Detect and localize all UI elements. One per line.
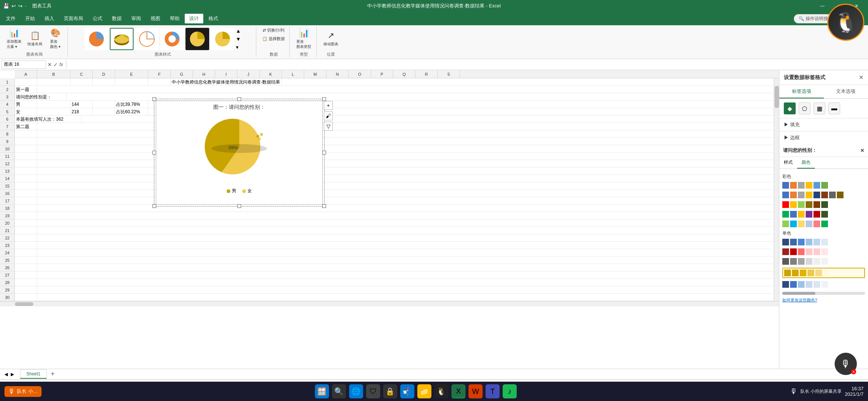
bottom-blue6[interactable] — [821, 281, 828, 288]
cell-A16[interactable] — [15, 190, 37, 197]
taskbar-folder[interactable]: 📁 — [417, 384, 431, 398]
highlight-gold1[interactable] — [784, 270, 791, 276]
vertical-scrollbar[interactable] — [774, 78, 779, 301]
mono-blue6[interactable] — [821, 239, 828, 245]
color-gray1[interactable] — [798, 182, 805, 189]
color-darkgray2[interactable] — [829, 192, 836, 198]
row-7-header[interactable]: 7 — [0, 123, 14, 130]
col-H[interactable]: H — [193, 70, 215, 78]
highlight-gold6[interactable] — [823, 270, 830, 276]
cell-D4[interactable] — [93, 101, 115, 108]
mono-red1[interactable] — [782, 248, 789, 255]
popup-close-icon[interactable]: ✕ — [860, 148, 864, 153]
cell-A7[interactable]: 第二题 — [15, 123, 37, 130]
cell-E1[interactable] — [115, 78, 148, 86]
col-E[interactable]: E — [115, 70, 148, 78]
user-avatar[interactable]: 🐧 — [827, 4, 864, 41]
col-D[interactable]: D — [93, 70, 115, 78]
taskbar-security[interactable]: 🛡 — [366, 384, 380, 398]
row-15-header[interactable]: 15 — [0, 182, 14, 190]
cell-F1[interactable] — [148, 78, 171, 86]
mono-gray2[interactable] — [790, 258, 797, 265]
col-A[interactable]: A — [15, 70, 37, 78]
row-21-header[interactable]: 21 — [0, 227, 14, 234]
taskbar-search[interactable]: 🔍 — [332, 384, 346, 398]
horizontal-scrollbar[interactable] — [0, 301, 779, 306]
style-scroll-up[interactable]: ▲ — [236, 28, 241, 34]
chart-style-5[interactable] — [185, 28, 209, 50]
row-4-header[interactable]: 4 — [0, 101, 14, 108]
menu-home[interactable]: 开始 — [21, 14, 39, 23]
row-22-header[interactable]: 22 — [0, 234, 14, 242]
icon-btn-bars[interactable]: ▬ — [828, 102, 840, 114]
taskbar-user-mic[interactable]: 🎙 队长 小… — [4, 386, 42, 397]
taskbar-lock[interactable]: 🔒 — [383, 384, 397, 398]
add-sheet-btn[interactable]: + — [48, 370, 57, 379]
chart-container[interactable]: + 🖌 ▽ 图一：请问您的性别： — [156, 101, 323, 205]
change-color-link[interactable]: 如何更改这些颜色? — [782, 297, 865, 303]
chart-style-3[interactable] — [135, 28, 159, 50]
color-purple4[interactable] — [806, 211, 812, 218]
row-8-header[interactable]: 8 — [0, 130, 14, 138]
scroll-thumb[interactable] — [775, 86, 779, 108]
cell-A19[interactable] — [15, 212, 37, 219]
row-3-header[interactable]: 3 — [0, 93, 14, 101]
taskbar-penguin[interactable]: 🐧 — [434, 384, 448, 398]
cell-A21[interactable] — [15, 227, 37, 234]
mono-gray3[interactable] — [798, 258, 805, 265]
bottom-blue4[interactable] — [806, 281, 812, 288]
mono-gray6[interactable] — [821, 258, 828, 265]
cell-A23[interactable] — [15, 242, 37, 249]
chart-filter-btn[interactable]: ▽ — [324, 122, 333, 131]
mono-blue2[interactable] — [790, 239, 797, 245]
confirm-formula-icon[interactable]: ✓ — [53, 62, 58, 68]
col-M[interactable]: M — [304, 70, 326, 78]
change-color-btn[interactable]: 🎨 更改颜色 ▾ — [46, 27, 65, 51]
highlight-gold3[interactable] — [800, 270, 806, 276]
cell-A24[interactable] — [15, 249, 37, 257]
menu-help[interactable]: 帮助 — [165, 14, 184, 23]
col-N[interactable]: N — [326, 70, 349, 78]
taskbar-music[interactable]: ♪ — [503, 384, 517, 398]
color-blue1[interactable] — [782, 182, 789, 189]
cell-A1[interactable] — [15, 78, 37, 86]
row-19-header[interactable]: 19 — [0, 212, 14, 219]
col-C[interactable]: C — [70, 70, 93, 78]
tab-label-options[interactable]: 标签选项 — [779, 85, 824, 98]
customize-icon[interactable]: · — [25, 3, 26, 9]
cancel-formula-icon[interactable]: ✕ — [47, 62, 52, 68]
row-6-header[interactable]: 6 — [0, 115, 14, 123]
cell-A17[interactable] — [15, 197, 37, 205]
color-red3[interactable] — [782, 201, 789, 208]
col-R[interactable]: R — [415, 70, 438, 78]
cell-B1[interactable] — [37, 78, 70, 86]
color-green5[interactable] — [821, 221, 828, 227]
cell-A2[interactable]: 第一题 — [15, 86, 37, 93]
col-J[interactable]: J — [237, 70, 260, 78]
cell-A30[interactable] — [15, 294, 37, 301]
col-O[interactable]: O — [349, 70, 371, 78]
col-F[interactable]: F — [148, 70, 171, 78]
mic-button-overlay[interactable]: 🎙 ✕ — [835, 353, 857, 375]
h-scroll-thumb[interactable] — [15, 302, 33, 306]
col-B[interactable]: B — [37, 70, 70, 78]
cell-B4[interactable] — [37, 101, 70, 108]
cell-G1[interactable]: 中小学教师信息化教学媒体使用情况问卷调查-数据结果 — [171, 78, 282, 86]
color-green1[interactable] — [821, 182, 828, 189]
mono-red5[interactable] — [813, 248, 820, 255]
color-olive3[interactable] — [806, 201, 812, 208]
color-brightgreen4[interactable] — [782, 211, 789, 218]
taskbar-word[interactable]: W — [468, 384, 483, 398]
quick-layout-btn[interactable]: 📋 快速布局 — [25, 29, 45, 48]
row-1-header[interactable]: 1 — [0, 78, 14, 86]
sheet-nav-left[interactable]: ◀ — [3, 371, 9, 378]
row-2-header[interactable]: 2 — [0, 86, 14, 93]
cell-A15[interactable] — [15, 182, 37, 190]
chart-style-btn[interactable]: 🖌 — [324, 111, 333, 120]
highlight-gold4[interactable] — [808, 270, 814, 276]
cell-A26[interactable] — [15, 264, 37, 271]
color-cyan5[interactable] — [790, 221, 797, 227]
row-18-header[interactable]: 18 — [0, 205, 14, 212]
section-fill[interactable]: ▶ 填充 — [779, 118, 868, 131]
tab-text-options[interactable]: 文本选项 — [824, 85, 868, 98]
